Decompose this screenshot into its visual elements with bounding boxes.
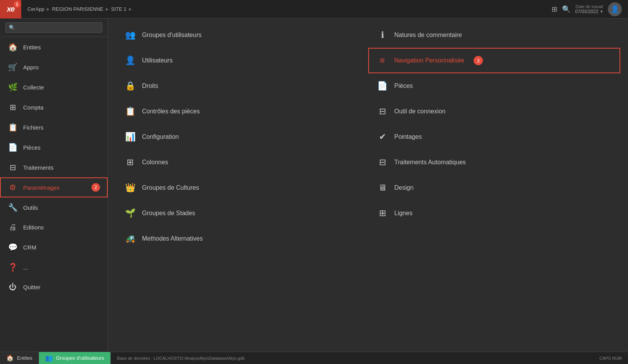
utilisateurs-icon: 👤 xyxy=(124,56,136,66)
menu-item-design[interactable]: 🖥Design xyxy=(368,175,621,201)
traitements-label: Traitements xyxy=(23,164,100,171)
traitements-auto-label: Traitements Automatiques xyxy=(394,159,466,166)
navigation-perso-badge: 3 xyxy=(474,56,483,65)
entites-label: Entites xyxy=(23,44,100,51)
menu-item-methodes-alternatives[interactable]: 🚜Methodes Alternatives xyxy=(116,226,368,251)
pointages-icon: ✔ xyxy=(377,132,388,142)
sidebar-item-appro[interactable]: 🛒Appro xyxy=(0,57,108,77)
crm-icon: 💬 xyxy=(8,243,18,252)
sidebar: 🏠Entites🛒Appro🌿Collecte⊞Compta📋Fichiers📄… xyxy=(0,19,108,352)
menu-item-groupes-stades[interactable]: 🌱Groupes de Stades xyxy=(116,201,368,226)
menu-item-groupes-cultures[interactable]: 👑Groupes de Cultures xyxy=(116,175,368,201)
menu-item-utilisateurs[interactable]: 👤Utilisateurs xyxy=(116,48,368,73)
main-content: 👥Groupes d'utilisateursℹNatures de comme… xyxy=(108,19,628,352)
configuration-label: Configuration xyxy=(142,133,179,140)
footer-tab-groupes-utilisateurs-tab[interactable]: 👥Groupes d'utilisateurs xyxy=(39,352,111,364)
breadcrumb-item-2[interactable]: REGION PARISIENNE xyxy=(52,6,103,12)
menu-item-pieces[interactable]: 📄Pièces xyxy=(368,73,621,99)
footer-tab-entites-tab[interactable]: 🏠Entites xyxy=(0,352,39,364)
collecte-icon: 🌿 xyxy=(8,83,18,92)
logo[interactable]: xe 1 xyxy=(0,0,21,19)
menu-item-natures-commentaire[interactable]: ℹNatures de commentaire xyxy=(368,22,621,48)
breadcrumb-sep-1: ▶ xyxy=(47,7,50,11)
groupes-utilisateurs-tab-icon: 👥 xyxy=(45,354,53,362)
sidebar-item-parametrages[interactable]: ⚙Paramétrages2 xyxy=(0,177,108,197)
parametrages-badge: 2 xyxy=(91,183,100,192)
controles-pieces-label: Contrôles des pièces xyxy=(142,108,200,115)
date-label: Date de travail xyxy=(575,4,603,9)
sidebar-item-more[interactable]: ❓... xyxy=(0,257,108,277)
grid-icon[interactable]: ⊞ xyxy=(552,5,557,13)
lignes-icon: ⊞ xyxy=(377,208,388,218)
sidebar-item-traitements[interactable]: ⊟Traitements xyxy=(0,157,108,177)
sidebar-search-container xyxy=(0,19,108,37)
breadcrumb-sep-2: ▶ xyxy=(106,7,109,11)
menu-item-colonnes[interactable]: ⊞Colonnes xyxy=(116,150,368,175)
droits-icon: 🔒 xyxy=(124,81,136,91)
header-date: Date de travail 07/03/2022 ▼ xyxy=(575,4,603,14)
breadcrumb-item-3[interactable]: SITE 1 xyxy=(111,6,127,12)
parametrages-label: Paramétrages xyxy=(23,184,86,191)
menu-item-configuration[interactable]: 📊Configuration xyxy=(116,124,368,150)
design-icon: 🖥 xyxy=(377,183,388,193)
search-icon[interactable]: 🔍 xyxy=(562,5,570,13)
breadcrumb-item-1[interactable]: CerApp xyxy=(27,6,44,12)
outil-connexion-icon: ⊟ xyxy=(377,106,388,116)
layout: 🏠Entites🛒Appro🌿Collecte⊞Compta📋Fichiers📄… xyxy=(0,19,628,352)
more-label: ... xyxy=(23,264,100,271)
collecte-label: Collecte xyxy=(23,84,100,91)
footer-db-info: Base de données : LOCALHOST:D:\Analys\At… xyxy=(111,356,593,361)
lignes-label: Lignes xyxy=(394,210,413,217)
header: xe 1 CerApp ▶ REGION PARISIENNE ▶ SITE 1… xyxy=(0,0,628,19)
outils-label: Outils xyxy=(23,204,100,211)
sidebar-item-fichiers[interactable]: 📋Fichiers xyxy=(0,117,108,137)
groupes-utilisateurs-icon: 👥 xyxy=(124,30,136,40)
traitements-icon: ⊟ xyxy=(8,163,18,172)
design-label: Design xyxy=(394,184,414,191)
pieces-icon: 📄 xyxy=(8,143,18,152)
date-dropdown-icon: ▼ xyxy=(600,10,603,13)
menu-item-pointages[interactable]: ✔Pointages xyxy=(368,124,621,150)
header-right: ⊞ 🔍 Date de travail 07/03/2022 ▼ 👤 xyxy=(545,2,628,16)
appro-label: Appro xyxy=(23,64,100,71)
controles-pieces-icon: 📋 xyxy=(124,106,136,116)
menu-item-lignes[interactable]: ⊞Lignes xyxy=(368,201,621,226)
menu-item-traitements-auto[interactable]: ⊟Traitements Automatiques xyxy=(368,150,621,175)
date-section: Date de travail 07/03/2022 ▼ xyxy=(575,4,603,14)
quitter-label: Quitter xyxy=(23,284,100,290)
menu-item-droits[interactable]: 🔒Droits xyxy=(116,73,368,99)
configuration-icon: 📊 xyxy=(124,132,136,142)
groupes-utilisateurs-tab-label: Groupes d'utilisateurs xyxy=(56,355,104,361)
avatar[interactable]: 👤 xyxy=(608,2,622,16)
traitements-auto-icon: ⊟ xyxy=(377,157,388,167)
menu-item-groupes-utilisateurs[interactable]: 👥Groupes d'utilisateurs xyxy=(116,22,368,48)
sidebar-item-collecte[interactable]: 🌿Collecte xyxy=(0,77,108,97)
quitter-icon: ⏻ xyxy=(8,283,18,292)
sidebar-item-entites[interactable]: 🏠Entites xyxy=(0,37,108,57)
footer: 🏠Entites👥Groupes d'utilisateurs Base de … xyxy=(0,352,628,364)
sidebar-nav: 🏠Entites🛒Appro🌿Collecte⊞Compta📋Fichiers📄… xyxy=(0,37,108,352)
sidebar-item-compta[interactable]: ⊞Compta xyxy=(0,97,108,117)
sidebar-item-editions[interactable]: 🖨Editions xyxy=(0,217,108,237)
menu-item-outil-connexion[interactable]: ⊟Outil de connexion xyxy=(368,99,621,124)
logo-text: xe xyxy=(7,5,14,13)
compta-label: Compta xyxy=(23,104,100,111)
menu-item-navigation-perso[interactable]: ≡Navigation Personnalisée3 xyxy=(368,48,621,73)
sidebar-item-pieces[interactable]: 📄Pièces xyxy=(0,137,108,157)
groupes-utilisateurs-label: Groupes d'utilisateurs xyxy=(142,32,201,39)
sidebar-item-crm[interactable]: 💬CRM xyxy=(0,237,108,257)
more-icon: ❓ xyxy=(8,263,18,272)
groupes-cultures-label: Groupes de Cultures xyxy=(142,184,199,191)
fichiers-label: Fichiers xyxy=(23,124,100,131)
compta-icon: ⊞ xyxy=(8,103,18,112)
crm-label: CRM xyxy=(23,244,100,251)
menu-item-controles-pieces[interactable]: 📋Contrôles des pièces xyxy=(116,99,368,124)
date-value[interactable]: 07/03/2022 ▼ xyxy=(575,9,603,14)
logo-badge: 1 xyxy=(14,1,20,8)
search-input[interactable] xyxy=(5,22,102,33)
sidebar-item-outils[interactable]: 🔧Outils xyxy=(0,197,108,217)
breadcrumb-sep-3: ▶ xyxy=(129,7,132,11)
breadcrumb: CerApp ▶ REGION PARISIENNE ▶ SITE 1 ▶ xyxy=(21,6,545,12)
sidebar-item-quitter[interactable]: ⏻Quitter xyxy=(0,277,108,297)
outil-connexion-label: Outil de connexion xyxy=(394,108,446,115)
